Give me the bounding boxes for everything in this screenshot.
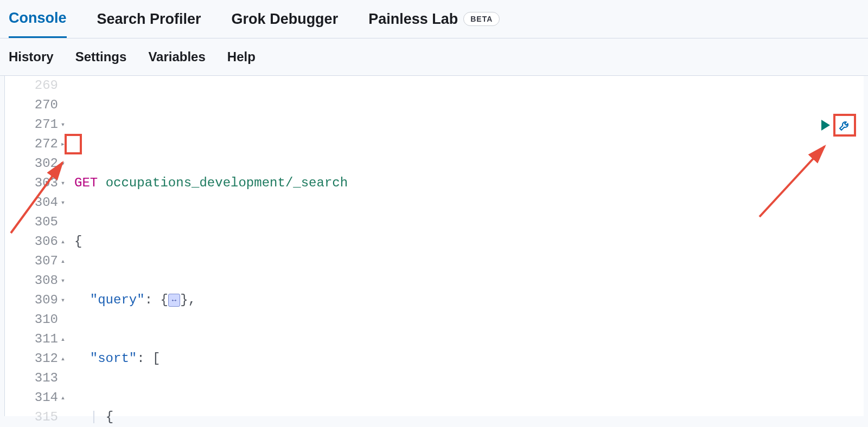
line-number: 269 bbox=[35, 76, 58, 95]
tab-painless-lab[interactable]: Painless Lab BETA bbox=[368, 11, 500, 37]
fold-toggle-icon[interactable]: ▴ bbox=[59, 329, 67, 349]
request-actions bbox=[821, 114, 856, 137]
fold-toggle-icon[interactable]: ▴ bbox=[59, 251, 67, 271]
tab-console[interactable]: Console bbox=[9, 10, 67, 38]
line-number: 272 bbox=[35, 134, 58, 154]
line-gutter: 269 270 271▾ 272▸ 302▾ 303▾ 304▾ 305 306… bbox=[5, 76, 74, 416]
http-method: GET bbox=[74, 173, 98, 193]
key-sort: "sort" bbox=[90, 349, 137, 368]
subbar-settings[interactable]: Settings bbox=[75, 49, 127, 64]
code-content[interactable]: GET occupations_development/_search { "q… bbox=[74, 76, 864, 416]
fold-toggle-icon[interactable]: ▾ bbox=[59, 193, 67, 212]
fold-toggle-icon[interactable]: ▾ bbox=[59, 115, 67, 134]
line-number: 270 bbox=[35, 95, 58, 115]
line-number: 271 bbox=[35, 115, 58, 134]
subbar-help[interactable]: Help bbox=[227, 49, 256, 64]
wrench-icon bbox=[838, 119, 851, 132]
line-number: 304 bbox=[35, 193, 58, 212]
fold-toggle-icon[interactable]: ▾ bbox=[59, 290, 67, 310]
line-number: 306 bbox=[35, 232, 58, 251]
tab-search-profiler[interactable]: Search Profiler bbox=[97, 11, 201, 37]
fold-toggle-icon[interactable]: ▴ bbox=[59, 349, 67, 368]
fold-toggle-icon[interactable]: ▾ bbox=[59, 154, 67, 173]
fold-toggle-icon[interactable]: ▴ bbox=[59, 388, 67, 407]
tab-grok-debugger[interactable]: Grok Debugger bbox=[232, 11, 339, 37]
line-number: 302 bbox=[35, 154, 58, 173]
line-number: 309 bbox=[35, 290, 58, 310]
request-path: occupations_development/_search bbox=[106, 173, 348, 193]
line-number: 315 bbox=[35, 407, 58, 427]
line-number: 305 bbox=[35, 212, 58, 232]
console-subbar: History Settings Variables Help bbox=[0, 38, 868, 76]
primary-tabs: Console Search Profiler Grok Debugger Pa… bbox=[0, 0, 868, 38]
subbar-variables[interactable]: Variables bbox=[148, 49, 205, 64]
line-number: 303 bbox=[35, 173, 58, 193]
line-number: 314 bbox=[35, 388, 58, 407]
code-editor[interactable]: 269 270 271▾ 272▸ 302▾ 303▾ 304▾ 305 306… bbox=[4, 76, 864, 416]
beta-badge: BETA bbox=[463, 12, 500, 26]
line-number: 307 bbox=[35, 251, 58, 271]
line-number: 310 bbox=[35, 310, 58, 329]
fold-toggle-icon[interactable]: ▴ bbox=[59, 232, 67, 251]
run-request-icon[interactable] bbox=[821, 120, 830, 131]
fold-toggle-collapsed-icon[interactable]: ▸ bbox=[59, 134, 67, 154]
brace-open: { bbox=[74, 232, 82, 251]
line-number: 308 bbox=[35, 271, 58, 290]
tab-painless-lab-label: Painless Lab bbox=[368, 11, 458, 28]
line-number: 312 bbox=[35, 349, 58, 368]
request-options-button[interactable] bbox=[833, 114, 856, 137]
folded-region-marker[interactable]: ↔ bbox=[168, 294, 180, 307]
line-number: 313 bbox=[35, 368, 58, 388]
line-number: 311 bbox=[35, 329, 58, 349]
fold-toggle-icon[interactable]: ▾ bbox=[59, 271, 67, 290]
fold-toggle-icon[interactable]: ▾ bbox=[59, 173, 67, 193]
subbar-history[interactable]: History bbox=[9, 49, 54, 64]
key-query: "query" bbox=[90, 290, 145, 310]
